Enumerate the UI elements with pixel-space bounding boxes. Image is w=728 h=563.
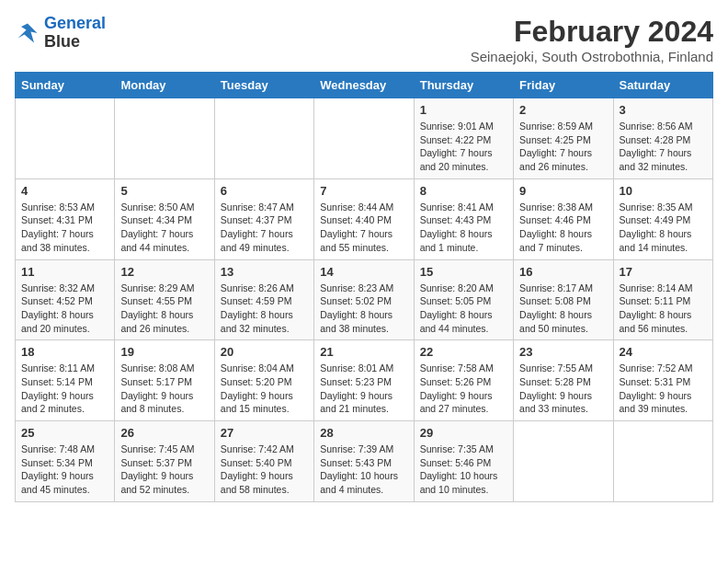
- day-info: Sunrise: 8:04 AMSunset: 5:20 PMDaylight:…: [221, 362, 308, 416]
- day-info: Sunrise: 8:47 AMSunset: 4:37 PMDaylight:…: [221, 201, 308, 255]
- calendar-cell: [115, 98, 214, 179]
- day-info: Sunrise: 8:56 AMSunset: 4:28 PMDaylight:…: [620, 120, 707, 174]
- day-info: Sunrise: 8:20 AMSunset: 5:05 PMDaylight:…: [420, 282, 507, 336]
- calendar-week-row: 18Sunrise: 8:11 AMSunset: 5:14 PMDayligh…: [16, 340, 713, 421]
- header: GeneralBlue February 2024 Seinaejoki, So…: [15, 15, 713, 64]
- header-friday: Friday: [514, 73, 613, 98]
- day-info: Sunrise: 7:58 AMSunset: 5:26 PMDaylight:…: [420, 362, 507, 416]
- day-number: 26: [120, 426, 208, 440]
- day-info: Sunrise: 8:26 AMSunset: 4:59 PMDaylight:…: [221, 282, 308, 336]
- calendar-cell: 17Sunrise: 8:14 AMSunset: 5:11 PMDayligh…: [613, 259, 712, 340]
- day-number: 18: [21, 345, 108, 359]
- logo-icon: [15, 20, 40, 46]
- calendar-cell: [214, 98, 313, 179]
- page-title: February 2024: [471, 15, 713, 49]
- day-info: Sunrise: 8:17 AMSunset: 5:08 PMDaylight:…: [519, 282, 607, 336]
- day-number: 25: [21, 426, 108, 440]
- calendar-cell: 21Sunrise: 8:01 AMSunset: 5:23 PMDayligh…: [314, 340, 414, 421]
- day-number: 16: [519, 265, 607, 279]
- svg-marker-0: [18, 23, 38, 42]
- calendar-cell: 20Sunrise: 8:04 AMSunset: 5:20 PMDayligh…: [214, 340, 313, 421]
- calendar-cell: 6Sunrise: 8:47 AMSunset: 4:37 PMDaylight…: [214, 178, 313, 259]
- calendar-cell: 28Sunrise: 7:39 AMSunset: 5:43 PMDayligh…: [314, 421, 414, 502]
- day-number: 13: [221, 265, 308, 279]
- day-number: 5: [120, 184, 208, 198]
- logo-text: GeneralBlue: [44, 15, 106, 52]
- page-subtitle: Seinaejoki, South Ostrobothnia, Finland: [471, 49, 713, 64]
- calendar-cell: 26Sunrise: 7:45 AMSunset: 5:37 PMDayligh…: [115, 421, 214, 502]
- calendar-cell: 23Sunrise: 7:55 AMSunset: 5:28 PMDayligh…: [514, 340, 613, 421]
- calendar-cell: 7Sunrise: 8:44 AMSunset: 4:40 PMDaylight…: [314, 178, 414, 259]
- day-info: Sunrise: 8:50 AMSunset: 4:34 PMDaylight:…: [120, 201, 208, 255]
- header-sunday: Sunday: [16, 73, 115, 98]
- day-number: 28: [320, 426, 407, 440]
- day-number: 21: [320, 345, 407, 359]
- calendar-week-row: 4Sunrise: 8:53 AMSunset: 4:31 PMDaylight…: [16, 178, 713, 259]
- calendar-cell: 1Sunrise: 9:01 AMSunset: 4:22 PMDaylight…: [414, 98, 513, 179]
- header-monday: Monday: [115, 73, 214, 98]
- day-info: Sunrise: 7:55 AMSunset: 5:28 PMDaylight:…: [519, 362, 607, 416]
- day-info: Sunrise: 7:39 AMSunset: 5:43 PMDaylight:…: [320, 442, 407, 497]
- day-info: Sunrise: 8:11 AMSunset: 5:14 PMDaylight:…: [21, 362, 108, 416]
- calendar-cell: 24Sunrise: 7:52 AMSunset: 5:31 PMDayligh…: [613, 340, 712, 421]
- day-info: Sunrise: 8:23 AMSunset: 5:02 PMDaylight:…: [320, 282, 407, 336]
- day-info: Sunrise: 8:01 AMSunset: 5:23 PMDaylight:…: [320, 362, 407, 416]
- day-number: 4: [21, 184, 108, 198]
- calendar-cell: 13Sunrise: 8:26 AMSunset: 4:59 PMDayligh…: [214, 259, 313, 340]
- day-number: 29: [420, 426, 507, 440]
- day-number: 11: [21, 265, 108, 279]
- day-number: 14: [320, 265, 407, 279]
- day-info: Sunrise: 8:08 AMSunset: 5:17 PMDaylight:…: [120, 362, 208, 416]
- calendar-week-row: 25Sunrise: 7:48 AMSunset: 5:34 PMDayligh…: [16, 421, 713, 502]
- calendar-cell: 27Sunrise: 7:42 AMSunset: 5:40 PMDayligh…: [214, 421, 313, 502]
- day-number: 20: [221, 345, 308, 359]
- header-wednesday: Wednesday: [314, 73, 414, 98]
- logo: GeneralBlue: [15, 15, 106, 52]
- day-info: Sunrise: 8:32 AMSunset: 4:52 PMDaylight:…: [21, 282, 108, 336]
- calendar-cell: 3Sunrise: 8:56 AMSunset: 4:28 PMDaylight…: [613, 98, 712, 179]
- day-number: 12: [120, 265, 208, 279]
- day-number: 23: [519, 345, 607, 359]
- calendar-header-row: SundayMondayTuesdayWednesdayThursdayFrid…: [16, 73, 713, 98]
- day-number: 27: [221, 426, 308, 440]
- calendar-cell: 5Sunrise: 8:50 AMSunset: 4:34 PMDaylight…: [115, 178, 214, 259]
- header-saturday: Saturday: [613, 73, 712, 98]
- header-thursday: Thursday: [414, 73, 513, 98]
- calendar-cell: 9Sunrise: 8:38 AMSunset: 4:46 PMDaylight…: [514, 178, 613, 259]
- day-info: Sunrise: 8:14 AMSunset: 5:11 PMDaylight:…: [620, 282, 707, 336]
- day-info: Sunrise: 8:29 AMSunset: 4:55 PMDaylight:…: [120, 282, 208, 336]
- day-number: 10: [620, 184, 707, 198]
- calendar-cell: [613, 421, 712, 502]
- calendar-cell: 2Sunrise: 8:59 AMSunset: 4:25 PMDaylight…: [514, 98, 613, 179]
- calendar-cell: 16Sunrise: 8:17 AMSunset: 5:08 PMDayligh…: [514, 259, 613, 340]
- day-number: 6: [221, 184, 308, 198]
- day-info: Sunrise: 7:45 AMSunset: 5:37 PMDaylight:…: [120, 442, 208, 497]
- calendar-cell: 8Sunrise: 8:41 AMSunset: 4:43 PMDaylight…: [414, 178, 513, 259]
- calendar-cell: [514, 421, 613, 502]
- calendar-cell: 12Sunrise: 8:29 AMSunset: 4:55 PMDayligh…: [115, 259, 214, 340]
- day-number: 9: [519, 184, 607, 198]
- day-info: Sunrise: 7:35 AMSunset: 5:46 PMDaylight:…: [420, 442, 507, 497]
- day-number: 17: [620, 265, 707, 279]
- calendar-cell: 14Sunrise: 8:23 AMSunset: 5:02 PMDayligh…: [314, 259, 414, 340]
- calendar-cell: 25Sunrise: 7:48 AMSunset: 5:34 PMDayligh…: [16, 421, 115, 502]
- day-number: 2: [519, 103, 607, 117]
- day-info: Sunrise: 7:48 AMSunset: 5:34 PMDaylight:…: [21, 442, 108, 497]
- calendar-cell: [16, 98, 115, 179]
- day-number: 1: [420, 103, 507, 117]
- day-number: 19: [120, 345, 208, 359]
- day-info: Sunrise: 8:41 AMSunset: 4:43 PMDaylight:…: [420, 201, 507, 255]
- day-info: Sunrise: 7:42 AMSunset: 5:40 PMDaylight:…: [221, 442, 308, 497]
- calendar-cell: [314, 98, 414, 179]
- day-info: Sunrise: 8:53 AMSunset: 4:31 PMDaylight:…: [21, 201, 108, 255]
- calendar-table: SundayMondayTuesdayWednesdayThursdayFrid…: [15, 72, 713, 502]
- calendar-cell: 22Sunrise: 7:58 AMSunset: 5:26 PMDayligh…: [414, 340, 513, 421]
- day-info: Sunrise: 7:52 AMSunset: 5:31 PMDaylight:…: [620, 362, 707, 416]
- day-info: Sunrise: 8:44 AMSunset: 4:40 PMDaylight:…: [320, 201, 407, 255]
- day-info: Sunrise: 8:35 AMSunset: 4:49 PMDaylight:…: [620, 201, 707, 255]
- calendar-week-row: 1Sunrise: 9:01 AMSunset: 4:22 PMDaylight…: [16, 98, 713, 179]
- day-info: Sunrise: 8:38 AMSunset: 4:46 PMDaylight:…: [519, 201, 607, 255]
- day-info: Sunrise: 8:59 AMSunset: 4:25 PMDaylight:…: [519, 120, 607, 174]
- calendar-cell: 11Sunrise: 8:32 AMSunset: 4:52 PMDayligh…: [16, 259, 115, 340]
- title-area: February 2024 Seinaejoki, South Ostrobot…: [471, 15, 713, 64]
